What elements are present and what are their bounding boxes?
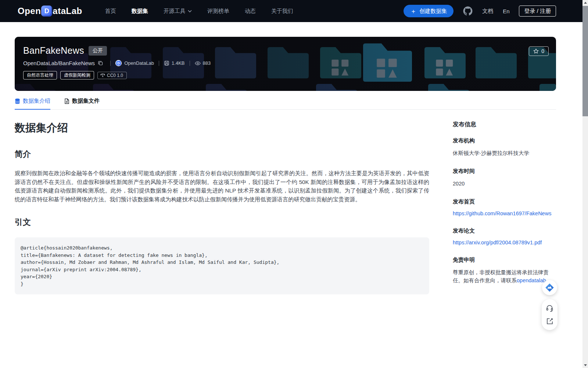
nav-item-home[interactable]: 首页 <box>105 8 116 15</box>
database-icon <box>15 98 20 104</box>
publish-time-group: 发布时间 2020 <box>453 168 556 188</box>
sidebar-title: 发布信息 <box>453 121 556 128</box>
github-icon[interactable] <box>463 6 473 16</box>
paper-group: 发布论文 https://arxiv.org/pdf/2004.08789v1.… <box>453 227 556 246</box>
help-widget <box>542 299 557 330</box>
nav-item-leaderboard[interactable]: 评测榜单 <box>207 8 229 15</box>
tag-fake-news-detection[interactable]: 虚假新闻检测 <box>60 71 94 79</box>
copy-icon[interactable] <box>98 60 103 66</box>
page-title: 数据集介绍 <box>15 121 429 135</box>
headset-icon <box>546 304 553 312</box>
top-navbar: Open D ataLab 首页 数据集 开源工具 评测榜单 动态 关于我们 ＋… <box>0 0 588 22</box>
scrollbar-thumb[interactable] <box>582 6 588 116</box>
opendatalab-contact-link[interactable]: opendatalab <box>517 277 546 283</box>
tag-nlp[interactable]: 自然语言处理 <box>23 71 57 79</box>
license-badge[interactable]: CC0 1.0 <box>97 72 127 79</box>
opendatalab-mini-logo-icon: D <box>115 60 122 66</box>
page-scrollbar <box>582 0 588 368</box>
citation-code-block: @article{hossain2020banfakenews, title={… <box>15 237 429 294</box>
tab-dataset-files[interactable]: 数据集文件 <box>64 98 100 109</box>
intro-paragraph: 观察到假新闻在政治和金融等各个领域的快速传播可能造成的损害，使用语言分析自动识别… <box>15 169 429 204</box>
intro-heading: 简介 <box>15 149 429 160</box>
scrollbar-down-arrow[interactable] <box>582 362 588 368</box>
edit-icon <box>546 318 553 325</box>
assistant-logo-button[interactable] <box>542 280 557 295</box>
publish-org-group: 发布机构 休斯顿大学·沙赫贾拉尔科技大学 <box>453 137 556 157</box>
feedback-edit-button[interactable] <box>546 318 553 325</box>
tab-label: 数据集介绍 <box>23 98 50 105</box>
file-icon <box>64 98 69 104</box>
nav-links: 首页 数据集 开源工具 评测榜单 动态 关于我们 <box>105 8 293 15</box>
divider <box>190 61 190 66</box>
storage-icon <box>164 60 169 66</box>
logo-text-rest: ataLab <box>53 6 82 16</box>
logo-d-icon: D <box>41 6 52 17</box>
star-icon <box>533 49 539 54</box>
dataset-hero-banner: BanFakeNews 公开 OpenDataLab/BanFakeNews D… <box>15 37 556 91</box>
nav-item-label: 开源工具 <box>164 8 186 15</box>
chevron-down-icon <box>188 10 192 13</box>
star-count: 0 <box>541 48 544 54</box>
logo-text-open: Open <box>18 6 41 16</box>
divider <box>110 61 111 66</box>
eye-icon <box>195 61 201 66</box>
create-dataset-label: 创建数据集 <box>419 8 447 15</box>
create-dataset-button[interactable]: ＋ 创建数据集 <box>404 5 453 17</box>
view-count: 883 <box>195 60 211 66</box>
disclaimer-group: 免责申明 尊重原创，非授权批量搬运将承担法律责任。如有合作意向，请联系opend… <box>453 256 556 284</box>
publish-time-label: 发布时间 <box>453 168 556 175</box>
disclaimer-label: 免责申明 <box>453 256 556 263</box>
scales-icon <box>100 73 105 78</box>
citation-heading: 引文 <box>15 217 429 228</box>
tab-label: 数据集文件 <box>72 98 100 105</box>
dataset-intro-panel: 数据集介绍 简介 观察到假新闻在政治和金融等各个领域的快速传播可能造成的损害，使… <box>15 110 429 295</box>
homepage-label: 发布首页 <box>453 198 556 205</box>
dataset-size: 1.4KB <box>164 60 184 66</box>
homepage-link[interactable]: https://github.com/Rowan1697/FakeNews <box>453 210 551 216</box>
support-headset-button[interactable] <box>546 304 553 312</box>
tab-dataset-intro[interactable]: 数据集介绍 <box>15 98 50 109</box>
disclaimer-text: 尊重原创，非授权批量搬运将承担法律责任。如有合作意向，请联系opendatala… <box>453 268 556 284</box>
gem-mountain-icon <box>545 283 555 293</box>
visibility-badge: 公开 <box>89 46 107 56</box>
scrollbar-up-arrow[interactable] <box>582 0 588 6</box>
homepage-group: 发布首页 https://github.com/Rowan1697/FakeNe… <box>453 198 556 217</box>
dataset-tabs: 数据集介绍 数据集文件 <box>15 95 556 110</box>
plus-icon: ＋ <box>410 8 416 14</box>
nav-item-about[interactable]: 关于我们 <box>271 8 293 15</box>
docs-link[interactable]: 文档 <box>482 8 493 15</box>
org-link[interactable]: D OpenDataLab <box>115 60 154 66</box>
publish-org-label: 发布机构 <box>453 137 556 144</box>
opendatalab-logo[interactable]: Open D ataLab <box>15 6 82 17</box>
org-name: OpenDataLab <box>124 60 154 66</box>
repo-path: OpenDataLab/BanFakeNews <box>23 60 95 66</box>
star-button[interactable]: 0 <box>529 46 549 56</box>
dataset-title: BanFakeNews <box>23 45 84 56</box>
paper-label: 发布论文 <box>453 227 556 234</box>
divider <box>159 61 159 66</box>
login-register-button[interactable]: 登录 / 注册 <box>519 6 556 17</box>
language-toggle[interactable]: En <box>503 8 509 14</box>
publish-time-value: 2020 <box>453 180 556 188</box>
nav-item-datasets[interactable]: 数据集 <box>132 8 148 15</box>
publish-org-value: 休斯顿大学·沙赫贾拉尔科技大学 <box>453 149 556 157</box>
publish-info-sidebar: 发布信息 发布机构 休斯顿大学·沙赫贾拉尔科技大学 发布时间 2020 发布首页… <box>453 110 556 295</box>
nav-item-news[interactable]: 动态 <box>245 8 256 15</box>
paper-link[interactable]: https://arxiv.org/pdf/2004.08789v1.pdf <box>453 240 542 245</box>
nav-item-opensource-tools[interactable]: 开源工具 <box>164 8 192 15</box>
